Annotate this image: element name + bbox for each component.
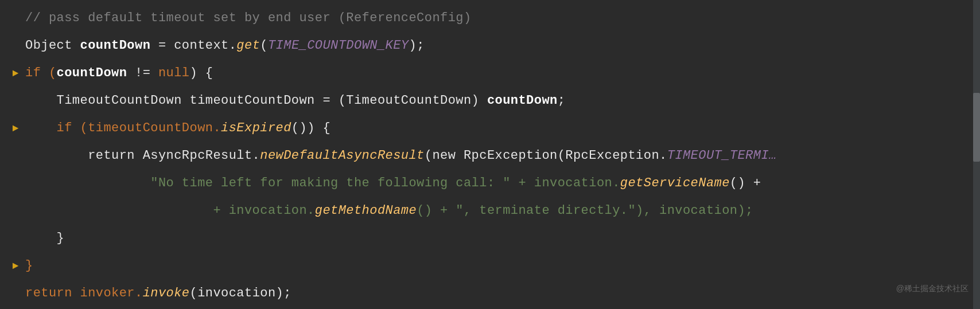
watermark: @稀土掘金技术社区 (896, 275, 969, 302)
breakpoint-arrow-10: ► (13, 252, 19, 280)
line11-text: return invoker.invoke(invocation); (25, 280, 291, 307)
code-line-1: // pass default timeout set by end user … (0, 5, 980, 32)
code-line-8: + invocation.getMethodName() + ", termin… (0, 197, 980, 225)
line2-text: Object countDown = context.get(TIME_COUN… (25, 32, 425, 60)
line7-text: "No time left for making the following c… (25, 170, 761, 197)
code-line-11: return invoker.invoke(invocation); (0, 280, 980, 307)
line8-text: + invocation.getMethodName() + ", termin… (25, 197, 753, 225)
line3-text: if (countDown != null) { (25, 60, 213, 87)
code-line-6: return AsyncRpcResult.newDefaultAsyncRes… (0, 142, 980, 170)
code-line-3: ► if (countDown != null) { (0, 60, 980, 87)
line5-text: if (timeoutCountDown.isExpired()) { (25, 115, 330, 142)
scrollbar-thumb[interactable] (973, 93, 980, 162)
code-editor: // pass default timeout set by end user … (0, 0, 980, 309)
code-line-7: "No time left for making the following c… (0, 170, 980, 197)
line4-text: TimeoutCountDown timeoutCountDown = (Tim… (25, 87, 565, 115)
breakpoint-arrow-3: ► (13, 60, 19, 87)
code-line-9: } (0, 225, 980, 252)
code-line-4: TimeoutCountDown timeoutCountDown = (Tim… (0, 87, 980, 115)
code-line-5: ► if (timeoutCountDown.isExpired()) { (0, 115, 980, 142)
breakpoint-arrow-5: ► (13, 115, 19, 142)
code-line-10: ► } (0, 252, 980, 280)
line10-text: } (25, 252, 33, 280)
gutter-10: ► (11, 252, 20, 280)
gutter-5: ► (11, 115, 20, 142)
line1-text: // pass default timeout set by end user … (25, 5, 472, 32)
line9-text: } (25, 225, 64, 252)
code-line-2: Object countDown = context.get(TIME_COUN… (0, 32, 980, 60)
gutter-3: ► (11, 60, 20, 87)
line6-text: return AsyncRpcResult.newDefaultAsyncRes… (25, 142, 777, 170)
scrollbar[interactable] (973, 0, 980, 309)
